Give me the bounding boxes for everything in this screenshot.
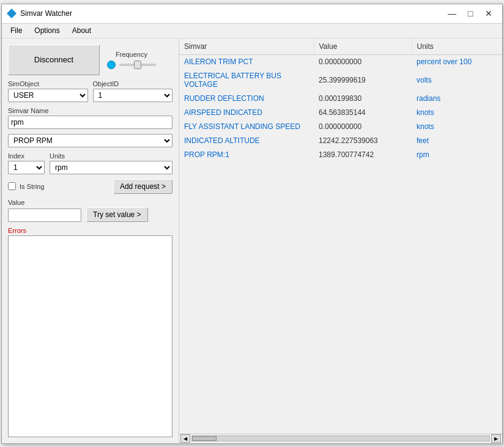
- table-container: Simvar Value Units AILERON TRIM PCT0.000…: [179, 39, 502, 434]
- cell-value: 64.563835144: [314, 105, 412, 119]
- frequency-controls: [107, 61, 156, 69]
- table-row[interactable]: ELECTRICAL BATTERY BUS VOLTAGE25.3999996…: [179, 68, 502, 91]
- simvar-name-label: Simvar Name: [8, 107, 172, 114]
- simobject-objectid-row: SimObject USER ObjectID 1: [8, 80, 172, 102]
- cell-units: knots: [412, 119, 502, 133]
- table-row[interactable]: AILERON TRIM PCT0.000000000percent over …: [179, 54, 502, 68]
- horizontal-scrollbar[interactable]: ◀ ▶: [179, 434, 502, 443]
- index-units-row: Index 1 Units rpm: [8, 152, 172, 174]
- scroll-left-arrow[interactable]: ◀: [180, 434, 190, 443]
- units-label: Units: [50, 152, 172, 160]
- value-row: Try set value >: [8, 207, 172, 222]
- col-header-value: Value: [314, 39, 412, 55]
- objectid-select[interactable]: 1: [93, 89, 173, 102]
- menu-file[interactable]: File: [4, 25, 28, 36]
- cell-value: 0.000000000: [314, 54, 412, 68]
- cell-value: 1389.700774742: [314, 147, 412, 161]
- simvar-dropdown-group: PROP RPM: [8, 134, 172, 147]
- scroll-thumb[interactable]: [192, 436, 217, 441]
- table-row[interactable]: PROP RPM:11389.700774742rpm: [179, 147, 502, 161]
- table-row[interactable]: FLY ASSISTANT LANDING SPEED0.000000000kn…: [179, 119, 502, 133]
- table-row[interactable]: INDICATED ALTITUDE12242.227539063feet: [179, 133, 502, 147]
- close-button[interactable]: ✕: [480, 7, 497, 20]
- right-panel: Simvar Value Units AILERON TRIM PCT0.000…: [179, 39, 502, 443]
- menu-about[interactable]: About: [66, 25, 97, 36]
- simobject-label: SimObject: [8, 80, 88, 87]
- table-row[interactable]: RUDDER DEFLECTION0.000199830radians: [179, 91, 502, 105]
- main-window: Simvar Watcher — □ ✕ File Options About …: [1, 4, 503, 444]
- maximize-button[interactable]: □: [462, 7, 479, 20]
- is-string-row: Is String Add request >: [8, 179, 172, 194]
- cell-units: radians: [412, 91, 502, 105]
- cell-value: 0.000199830: [314, 91, 412, 105]
- left-panel: Disconnect Frequency SimObject U: [2, 39, 179, 443]
- disconnect-row: Disconnect Frequency: [8, 45, 172, 75]
- simobject-group: SimObject USER: [8, 80, 88, 102]
- cell-units: feet: [412, 133, 502, 147]
- table-header-row: Simvar Value Units: [179, 39, 502, 55]
- simobject-select[interactable]: USER: [8, 89, 88, 102]
- cell-units: knots: [412, 105, 502, 119]
- simvar-name-group: Simvar Name: [8, 107, 172, 129]
- index-group: Index 1: [8, 152, 45, 174]
- frequency-slider[interactable]: [119, 64, 156, 66]
- app-icon: [7, 9, 17, 18]
- units-group: Units rpm: [50, 152, 172, 174]
- title-bar: Simvar Watcher — □ ✕: [2, 4, 502, 24]
- cell-units: rpm: [412, 147, 502, 161]
- menu-bar: File Options About: [2, 24, 502, 39]
- value-input[interactable]: [8, 209, 81, 222]
- scroll-right-arrow[interactable]: ▶: [491, 434, 501, 443]
- window-title: Simvar Watcher: [20, 9, 443, 18]
- cell-simvar[interactable]: FLY ASSISTANT LANDING SPEED: [179, 119, 314, 133]
- simvar-dropdown[interactable]: PROP RPM: [8, 134, 172, 147]
- cell-value: 25.399999619: [314, 68, 412, 91]
- disconnect-button[interactable]: Disconnect: [8, 45, 100, 75]
- content-area: Disconnect Frequency SimObject U: [2, 39, 502, 443]
- cell-simvar[interactable]: INDICATED ALTITUDE: [179, 133, 314, 147]
- title-bar-buttons: — □ ✕: [443, 7, 497, 20]
- errors-section: Errors: [8, 227, 172, 437]
- minimize-button[interactable]: —: [443, 7, 461, 20]
- cell-simvar[interactable]: PROP RPM:1: [179, 147, 314, 161]
- cell-simvar[interactable]: RUDDER DEFLECTION: [179, 91, 314, 105]
- index-label: Index: [8, 152, 45, 160]
- menu-options[interactable]: Options: [28, 25, 65, 36]
- value-label: Value: [8, 199, 172, 206]
- is-string-label: Is String: [20, 183, 44, 190]
- try-set-button[interactable]: Try set value >: [86, 207, 148, 222]
- scroll-track[interactable]: [191, 435, 490, 441]
- errors-box: [8, 235, 172, 437]
- cell-value: 12242.227539063: [314, 133, 412, 147]
- col-header-simvar: Simvar: [179, 39, 314, 55]
- is-string-checkbox[interactable]: [8, 182, 16, 190]
- cell-simvar[interactable]: AIRSPEED INDICATED: [179, 105, 314, 119]
- objectid-group: ObjectID 1: [93, 80, 173, 102]
- simvar-table: Simvar Value Units AILERON TRIM PCT0.000…: [179, 39, 502, 162]
- cell-simvar[interactable]: ELECTRICAL BATTERY BUS VOLTAGE: [179, 68, 314, 91]
- add-request-button[interactable]: Add request >: [113, 179, 172, 194]
- status-dot: [107, 61, 116, 69]
- col-header-units: Units: [412, 39, 502, 55]
- value-group: Value Try set value >: [8, 199, 172, 222]
- table-row[interactable]: AIRSPEED INDICATED64.563835144knots: [179, 105, 502, 119]
- cell-units: volts: [412, 68, 502, 91]
- frequency-label: Frequency: [116, 51, 147, 58]
- cell-units: percent over 100: [412, 54, 502, 68]
- index-select[interactable]: 1: [8, 161, 45, 174]
- units-select[interactable]: rpm: [50, 161, 172, 174]
- errors-label: Errors: [8, 227, 172, 234]
- frequency-group: Frequency: [107, 51, 156, 69]
- cell-value: 0.000000000: [314, 119, 412, 133]
- slider-thumb: [134, 61, 141, 69]
- objectid-label: ObjectID: [93, 80, 173, 87]
- cell-simvar[interactable]: AILERON TRIM PCT: [179, 54, 314, 68]
- simvar-name-input[interactable]: [8, 116, 172, 129]
